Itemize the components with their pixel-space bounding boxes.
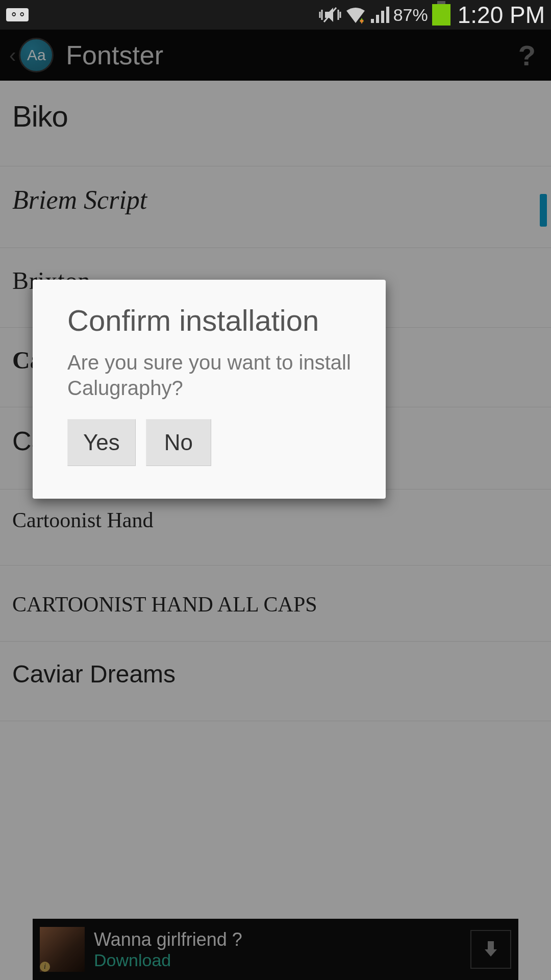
yes-button[interactable]: Yes [67, 419, 136, 466]
wifi-icon [344, 5, 367, 25]
svg-rect-4 [376, 15, 379, 23]
status-left: ⚬⚬ [6, 8, 29, 21]
confirm-dialog: Confirm installation Are you sure you wa… [33, 280, 386, 499]
status-right: 87% 1:20 PM [319, 1, 545, 29]
android-status-bar: ⚬⚬ 87% 1:20 PM [0, 0, 551, 30]
signal-icon [370, 5, 390, 25]
svg-rect-3 [371, 19, 374, 23]
status-clock: 1:20 PM [458, 1, 545, 29]
no-button[interactable]: No [146, 419, 211, 466]
svg-rect-5 [381, 11, 384, 23]
dialog-title: Confirm installation [67, 303, 351, 337]
svg-rect-6 [386, 7, 389, 23]
battery-icon [432, 4, 450, 26]
voicemail-icon: ⚬⚬ [6, 8, 29, 21]
vibrate-silent-icon [319, 5, 341, 25]
dialog-message: Are you sure you want to install Calugra… [67, 350, 351, 401]
dialog-buttons: Yes No [67, 419, 351, 466]
battery-percent: 87% [393, 5, 428, 25]
modal-backdrop[interactable] [0, 30, 551, 980]
